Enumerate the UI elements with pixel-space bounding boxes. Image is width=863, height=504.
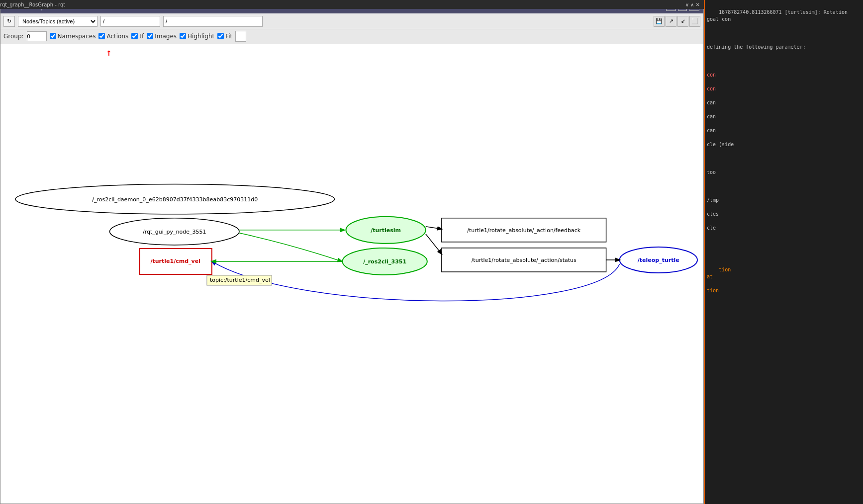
daemon-node-label: /_ros2cli_daemon_0_e62b8907d37f4333b8eab… xyxy=(92,196,258,203)
tooltip-text: topic:/turtle1/cmd_vel xyxy=(210,277,270,283)
tf-checkbox1[interactable] xyxy=(131,33,138,39)
graph-svg: /_ros2cli_daemon_0_e62b8907d37f4333b8eab… xyxy=(0,44,703,504)
edge-turtlesim-feedback xyxy=(426,227,442,229)
tf-checkbox-label1[interactable]: tf xyxy=(131,33,144,40)
terminal-text: defining the following parameter: con co… xyxy=(707,44,806,245)
status-label: /turtle1/rotate_absolute/_action/status xyxy=(472,257,576,263)
toolbar-row1: ↻ Nodes/Topics (active) 💾 ↗ ↙ ⬜ xyxy=(0,13,703,29)
toolbar-row2: Group: Namespaces Actions tf Images High… xyxy=(0,29,703,43)
import-button[interactable]: ↙ xyxy=(677,16,688,27)
namespaces-checkbox-label[interactable]: Namespaces xyxy=(50,33,96,40)
toolbar-right-buttons: 💾 ↗ ↙ ⬜ xyxy=(654,16,700,27)
namespace-input1[interactable] xyxy=(100,16,160,27)
window-controls-text: ∨ ∧ ✕ xyxy=(685,2,700,7)
rqt-gui-label: /rqt_gui_py_node_3551 xyxy=(143,229,206,235)
refresh-button[interactable]: ↻ xyxy=(3,16,15,27)
color-picker[interactable] xyxy=(235,31,246,42)
images-checkbox[interactable] xyxy=(147,33,153,39)
app-titlebar-text: rqt_graph__RosGraph - rqt xyxy=(0,2,65,7)
graph-canvas[interactable]: ↑ /_ros2cli_daemon_0_e62b8907d37f4333b8e… xyxy=(0,44,703,504)
turtlesim-label: /turtlesim xyxy=(371,227,401,234)
highlight-checkbox[interactable] xyxy=(180,33,186,39)
namespace-input2[interactable] xyxy=(163,16,263,27)
feedback-label: /turtle1/rotate_absolute/_action/feedbac… xyxy=(467,227,581,234)
export-button[interactable]: ↗ xyxy=(666,16,676,27)
images-checkbox-label[interactable]: Images xyxy=(147,33,177,40)
edge-rqt-ros2cli xyxy=(239,233,342,261)
cmd-vel-label: /turtle1/cmd_vel xyxy=(150,258,200,264)
right-terminal-panel: 1678782740.8113266071 [turtlesim]: Rotat… xyxy=(704,0,863,504)
terminal-output: 1678782740.8113266071 [turtlesim]: Rotat… xyxy=(707,2,861,301)
teleop-turtle-label: /teleop_turtle xyxy=(638,257,679,263)
fit-checkbox[interactable] xyxy=(217,33,224,39)
fullscreen-button[interactable]: ⬜ xyxy=(689,16,700,27)
main-window: ⚙ Node Graph D ? O ↻ Nodes/Topics (activ… xyxy=(0,0,704,504)
highlight-checkbox-label[interactable]: Highlight xyxy=(180,33,214,40)
display-mode-select[interactable]: Nodes/Topics (active) xyxy=(18,16,97,27)
red-arrow-indicator: ↑ xyxy=(106,49,112,57)
namespaces-checkbox[interactable] xyxy=(50,33,56,39)
actions-checkbox-label[interactable]: Actions xyxy=(98,33,128,40)
edge-turtlesim-status xyxy=(426,234,442,254)
group-label: Group: xyxy=(3,33,24,40)
timestamp-line: 1678782740.8113266071 [turtlesim]: Rotat… xyxy=(707,9,851,22)
group-input[interactable] xyxy=(27,31,47,41)
save-button[interactable]: 💾 xyxy=(654,16,665,27)
actions-checkbox[interactable] xyxy=(98,33,105,39)
fit-checkbox-label[interactable]: Fit xyxy=(217,33,232,40)
app-titlebar: rqt_graph__RosGraph - rqt ∨ ∧ ✕ xyxy=(0,0,704,9)
ros2cli-label: /_ros2cli_3351 xyxy=(363,258,406,265)
